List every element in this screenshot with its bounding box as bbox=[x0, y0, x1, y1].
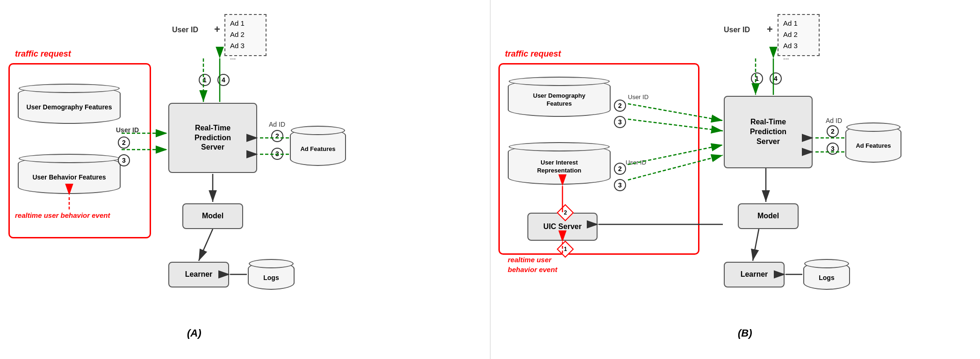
model-a: Model bbox=[182, 203, 243, 229]
user-demography-b: User DemographyFeatures bbox=[508, 79, 611, 117]
diagram-container: traffic request User Demography Features… bbox=[0, 0, 980, 359]
user-behavior-a: User Behavior Features bbox=[18, 157, 121, 194]
plus-b: + bbox=[767, 23, 773, 36]
circle-2-adid-a: 2 bbox=[271, 130, 283, 142]
circle-3-adid-b: 3 bbox=[827, 143, 839, 155]
learner-a: Learner bbox=[168, 262, 229, 287]
user-id-top-b: User ID bbox=[724, 26, 750, 34]
ad-list-b: Ad 1Ad 2Ad 3... bbox=[778, 14, 820, 56]
logs-b: Logs bbox=[803, 262, 850, 290]
logs-a: Logs bbox=[248, 262, 295, 290]
diagram-label-a: (A) bbox=[187, 327, 202, 339]
circle-2-userid-a: 2 bbox=[118, 136, 130, 149]
circle-2-interest-b: 2 bbox=[614, 163, 626, 175]
circle-3-demo-b: 3 bbox=[614, 116, 626, 128]
circle-2-adid-b: 2 bbox=[827, 125, 839, 137]
ad-id-label-a: Ad ID bbox=[269, 121, 285, 128]
realtime-label-a: realtime user behavior event bbox=[15, 210, 110, 220]
ad-features-a: Ad Features bbox=[290, 129, 346, 166]
realtime-label-b: realtime userbehavior event bbox=[508, 255, 557, 274]
user-demography-a: User Demography Features bbox=[18, 86, 121, 124]
diagram-b: traffic request User DemographyFeatures … bbox=[490, 0, 980, 359]
user-id-top-a: User ID bbox=[172, 26, 198, 34]
uid-label-interest-b: User ID bbox=[626, 159, 646, 166]
prediction-server-a: Real-TimePredictionServer bbox=[168, 103, 257, 173]
circle-1-a: 1 bbox=[199, 74, 211, 86]
svg-line-31 bbox=[753, 229, 759, 261]
diagram-label-b: (B) bbox=[738, 327, 752, 339]
ad-list-a: Ad 1Ad 2Ad 3... bbox=[224, 14, 267, 56]
circle-3-adid-a: 3 bbox=[271, 148, 283, 160]
ad-features-b: Ad Features bbox=[845, 125, 901, 163]
prediction-server-b: Real-TimePredictionServer bbox=[724, 96, 813, 168]
user-interest-b: User InterestRepresentation bbox=[508, 145, 611, 185]
user-id-label-a: User ID bbox=[116, 126, 139, 134]
learner-b: Learner bbox=[724, 262, 785, 287]
ad-id-label-b: Ad ID bbox=[826, 117, 842, 124]
traffic-request-label-a: traffic request bbox=[15, 49, 71, 59]
circle-3-interest-b: 3 bbox=[614, 179, 626, 191]
diagram-a: traffic request User Demography Features… bbox=[0, 0, 490, 359]
model-b: Model bbox=[738, 203, 799, 229]
circle-3-userid-a: 3 bbox=[118, 154, 130, 166]
circle-4-a: 4 bbox=[217, 74, 230, 86]
uid-label-demo-b: User ID bbox=[628, 93, 649, 101]
plus-a: + bbox=[214, 23, 220, 36]
traffic-request-label-b: traffic request bbox=[505, 49, 561, 59]
circle-1-b: 1 bbox=[751, 72, 763, 85]
circle-2-demo-b: 2 bbox=[614, 100, 626, 112]
circle-4-b: 4 bbox=[770, 72, 782, 85]
svg-line-13 bbox=[199, 229, 213, 261]
